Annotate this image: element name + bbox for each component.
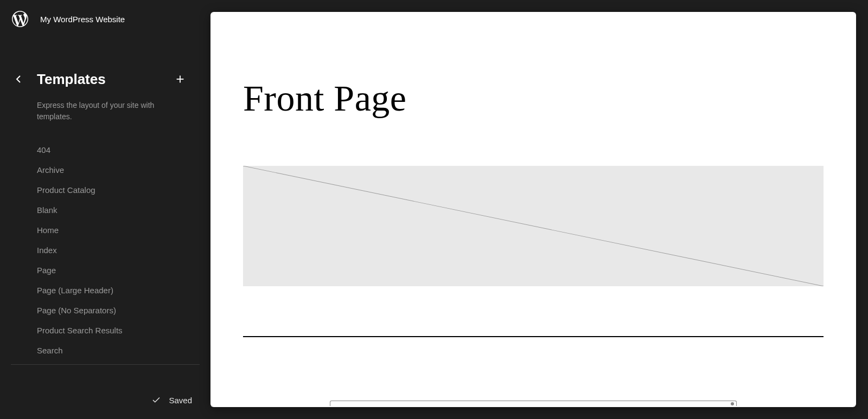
template-item-product-search-results[interactable]: Product Search Results xyxy=(37,320,200,340)
section-title: Templates xyxy=(37,71,171,88)
wordpress-logo-icon xyxy=(11,10,29,28)
template-item-page[interactable]: Page xyxy=(37,260,200,280)
sidebar: My WordPress Website Templates Express t… xyxy=(0,0,210,419)
image-placeholder xyxy=(243,166,824,286)
template-preview-canvas[interactable]: Front Page xyxy=(210,12,856,407)
site-title: My WordPress Website xyxy=(40,15,125,24)
placeholder-diagonal-icon xyxy=(243,166,824,286)
search-block-icon xyxy=(731,402,734,405)
page-title: Front Page xyxy=(243,77,824,120)
template-item-search[interactable]: Search xyxy=(37,340,200,360)
template-item-404[interactable]: 404 xyxy=(37,140,200,160)
canvas-area: Front Page xyxy=(210,0,868,419)
back-button[interactable] xyxy=(11,72,26,87)
saved-label: Saved xyxy=(169,396,192,405)
section-header: Templates xyxy=(0,38,210,93)
section-description: Express the layout of your site with tem… xyxy=(0,93,184,129)
chevron-left-icon xyxy=(12,73,25,86)
plus-icon xyxy=(174,73,186,85)
template-item-home[interactable]: Home xyxy=(37,220,200,240)
template-item-page-no-separators[interactable]: Page (No Separators) xyxy=(37,300,200,320)
template-item-index[interactable]: Index xyxy=(37,240,200,260)
site-header[interactable]: My WordPress Website xyxy=(0,0,210,38)
template-item-blank[interactable]: Blank xyxy=(37,200,200,220)
check-icon xyxy=(151,395,161,405)
saved-status: Saved xyxy=(151,395,192,405)
app-root: My WordPress Website Templates Express t… xyxy=(0,0,868,419)
template-item-product-catalog[interactable]: Product Catalog xyxy=(37,180,200,200)
sidebar-divider xyxy=(11,364,200,365)
add-template-button[interactable] xyxy=(171,70,189,88)
svg-line-2 xyxy=(243,166,824,286)
horizontal-rule xyxy=(243,336,824,337)
search-block-outline xyxy=(330,401,737,406)
template-item-page-large-header[interactable]: Page (Large Header) xyxy=(37,280,200,300)
template-list: 404 Archive Product Catalog Blank Home I… xyxy=(0,129,210,419)
template-item-archive[interactable]: Archive xyxy=(37,160,200,180)
